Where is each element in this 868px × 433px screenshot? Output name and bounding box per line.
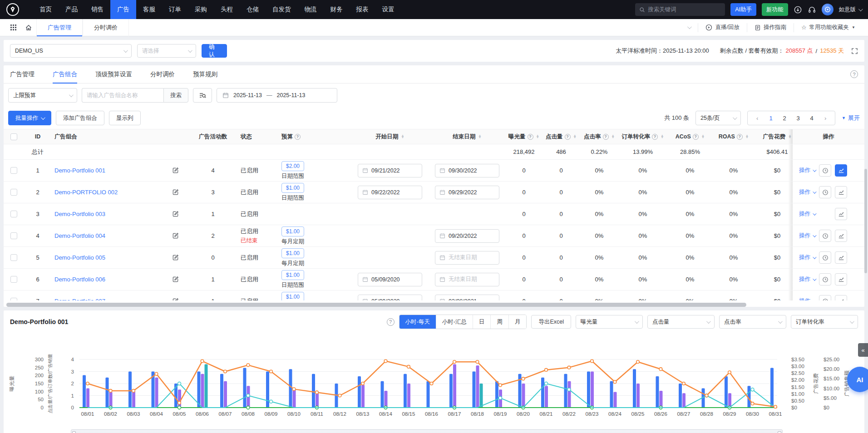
end-date-input[interactable]: 09/29/2022	[435, 186, 499, 199]
add-portfolio-button[interactable]: 添加广告组合	[56, 111, 104, 125]
row-operate-dropdown[interactable]: 操作	[799, 276, 815, 283]
metric-select-4[interactable]: 订单转化率	[791, 315, 858, 329]
subtab-3[interactable]: 顶级预算设置	[95, 65, 132, 84]
horizontal-scrollbar[interactable]	[6, 303, 860, 307]
fullscreen-icon[interactable]	[851, 48, 858, 54]
row-operate-dropdown[interactable]: 操作	[799, 210, 815, 218]
row-chart-button[interactable]	[835, 230, 847, 242]
portfolio-name-link[interactable]: Demo-Portfolio 005	[54, 254, 105, 261]
search-button[interactable]: 搜索	[163, 88, 188, 103]
secondary-select[interactable]: 请选择	[137, 44, 196, 58]
nav-item-12[interactable]: 财务	[324, 0, 350, 19]
row-operate-dropdown[interactable]: 操作	[799, 167, 815, 174]
budget-tag[interactable]: $2.00	[281, 161, 304, 171]
panel-collapse-handle[interactable]: «	[858, 343, 868, 357]
row-checkbox[interactable]	[10, 167, 17, 174]
page-1[interactable]: 1	[764, 111, 778, 125]
portfolio-name-link[interactable]: Demo-Portfolio 007	[54, 298, 105, 300]
sort-icons[interactable]: ▲▼	[661, 135, 664, 138]
help-icon[interactable]: ?	[693, 134, 699, 140]
row-chart-button[interactable]	[835, 164, 847, 177]
row-checkbox[interactable]	[10, 211, 17, 217]
schedule-button[interactable]	[819, 186, 831, 198]
nav-item-4[interactable]: 广告	[110, 0, 136, 19]
help-icon[interactable]: ?	[652, 134, 658, 140]
row-checkbox[interactable]	[10, 254, 17, 261]
nav-item-10[interactable]: 自发货	[266, 0, 298, 19]
end-date-input[interactable]: 无结束日期	[435, 251, 499, 265]
help-icon[interactable]: ?	[565, 134, 571, 140]
budget-tag[interactable]: $1.00	[281, 292, 304, 301]
row-chart-button[interactable]	[835, 295, 847, 300]
start-date-input[interactable]: 05/09/2020	[358, 295, 422, 301]
nav-item-7[interactable]: 采购	[188, 0, 214, 19]
nav-item-6[interactable]: 订单	[162, 0, 188, 19]
subtab-2[interactable]: 广告组合	[53, 65, 77, 84]
sort-icons[interactable]: ▲▼	[536, 135, 539, 138]
portfolio-name-input[interactable]	[82, 88, 163, 103]
row-chart-button[interactable]	[835, 208, 847, 220]
budget-tag[interactable]: $1.00	[281, 248, 304, 258]
edit-portfolio-button[interactable]	[172, 211, 179, 217]
favorites-link[interactable]: ☆ 常用功能收藏夹 ▼	[794, 23, 863, 32]
home-icon[interactable]	[21, 19, 36, 36]
metric-select-2[interactable]: 点击量	[647, 315, 715, 329]
end-date-input[interactable]: 09/20/2022	[435, 229, 499, 243]
period-2[interactable]: 小时-汇总	[436, 315, 473, 329]
confirm-button[interactable]: 确认	[202, 44, 227, 58]
shop-select[interactable]: DEMO_US	[10, 44, 132, 58]
edit-portfolio-button[interactable]	[172, 232, 179, 239]
apps-grid-icon[interactable]	[5, 19, 21, 36]
metric-select-3[interactable]: 点击率	[719, 315, 786, 329]
collapse-chevron[interactable]	[680, 23, 698, 32]
portfolio-name-link[interactable]: Demo-Portfolio 001	[54, 167, 105, 174]
row-checkbox[interactable]	[10, 189, 17, 196]
nav-item-13[interactable]: 报表	[350, 0, 375, 19]
nav-item-3[interactable]: 销售	[84, 0, 110, 19]
period-3[interactable]: 日	[473, 315, 491, 329]
show-columns-button[interactable]: 显示列	[109, 111, 141, 125]
hscroll-thumb[interactable]	[6, 303, 746, 307]
expand-toggle[interactable]: ▼ 展开	[842, 114, 860, 122]
row-checkbox[interactable]	[10, 298, 17, 300]
schedule-button[interactable]	[819, 295, 831, 300]
edit-portfolio-button[interactable]	[172, 189, 179, 196]
sort-icons[interactable]: ▲▼	[401, 135, 404, 138]
nav-item-5[interactable]: 客服	[136, 0, 162, 19]
download-icon[interactable]	[794, 5, 802, 14]
row-chart-button[interactable]	[835, 186, 847, 198]
schedule-button[interactable]	[819, 273, 831, 285]
user-avatar[interactable]	[822, 4, 833, 15]
select-all-checkbox[interactable]	[10, 133, 17, 140]
export-excel-button[interactable]: 导出Excel	[531, 315, 571, 329]
search-input[interactable]	[648, 6, 716, 13]
nav-item-1[interactable]: 首页	[33, 0, 59, 19]
row-operate-dropdown[interactable]: 操作	[799, 297, 815, 300]
end-date-input[interactable]: 无结束日期	[435, 273, 499, 286]
end-date-input[interactable]: 09/30/2022	[435, 164, 499, 177]
help-icon[interactable]: ?	[737, 134, 743, 140]
sort-icons[interactable]: ▲▼	[478, 135, 481, 138]
guide-link[interactable]: 操作指南	[747, 23, 794, 32]
row-checkbox[interactable]	[10, 232, 17, 239]
budget-tag[interactable]: $1.00	[281, 270, 304, 280]
datazoom-right-handle[interactable]	[778, 431, 781, 433]
version-switcher[interactable]: 如意版	[839, 6, 862, 14]
edit-portfolio-button[interactable]	[172, 254, 179, 261]
app-logo-icon[interactable]	[6, 3, 19, 16]
nav-item-14[interactable]: 设置	[375, 0, 401, 19]
nav-item-9[interactable]: 仓储	[240, 0, 266, 19]
chart-help-icon[interactable]: ?	[387, 318, 395, 326]
workspace-tab-1[interactable]: 广告管理	[36, 19, 83, 36]
start-date-input[interactable]: 09/21/2022	[358, 164, 422, 177]
help-icon[interactable]: ?	[528, 134, 533, 140]
nav-item-8[interactable]: 头程	[214, 0, 240, 19]
page-3[interactable]: 3	[791, 111, 805, 125]
schedule-button[interactable]	[819, 251, 831, 264]
row-operate-dropdown[interactable]: 操作	[799, 188, 815, 196]
portfolio-name-link[interactable]: Demo-Portfolio 006	[54, 276, 105, 283]
advanced-search-button[interactable]	[193, 88, 212, 103]
subtab-4[interactable]: 分时调价	[150, 65, 175, 84]
new-feature-button[interactable]: 新功能	[762, 3, 788, 16]
schedule-button[interactable]	[819, 164, 831, 177]
